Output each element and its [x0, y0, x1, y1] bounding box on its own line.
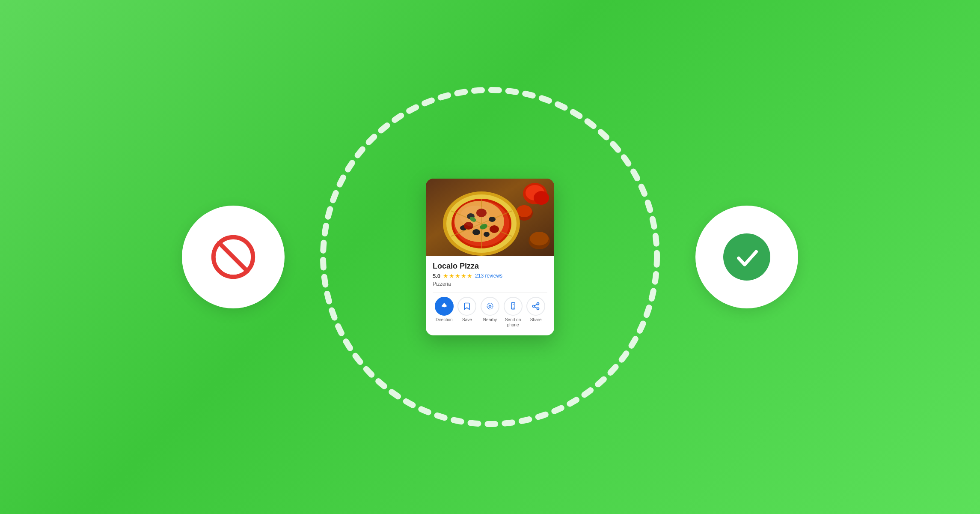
- nearby-label: Nearby: [483, 317, 497, 323]
- save-button[interactable]: Save: [457, 297, 476, 328]
- svg-point-9: [517, 205, 532, 217]
- svg-point-31: [489, 305, 491, 308]
- right-circle: [695, 206, 798, 308]
- nearby-icon-container: [481, 297, 499, 316]
- direction-label: Direction: [436, 317, 452, 323]
- card-image: [426, 179, 554, 256]
- svg-line-2: [219, 243, 247, 271]
- rating-score: 5.0: [433, 273, 440, 279]
- share-button[interactable]: Share: [526, 297, 545, 328]
- svg-line-38: [535, 307, 537, 308]
- action-buttons: Direction Save: [433, 292, 547, 331]
- svg-line-39: [535, 304, 537, 305]
- check-icon: [733, 243, 761, 271]
- svg-point-35: [537, 303, 539, 305]
- svg-point-11: [530, 232, 549, 245]
- star-1: ★: [443, 272, 448, 279]
- svg-point-23: [484, 232, 490, 237]
- ban-icon: [210, 233, 257, 281]
- direction-button[interactable]: Direction: [435, 297, 454, 328]
- svg-point-22: [472, 229, 480, 235]
- category: Pizzeria: [433, 281, 547, 287]
- check-circle: [723, 233, 770, 281]
- send-on-phone-button[interactable]: Send onphone: [504, 297, 523, 328]
- left-circle: [182, 206, 285, 308]
- svg-point-32: [487, 303, 493, 309]
- share-icon-container: [526, 297, 545, 316]
- phone-icon-container: [504, 297, 523, 316]
- reviews-count: 213 reviews: [475, 273, 502, 279]
- main-scene: Localo Pizza 5.0 ★ ★ ★ ★ ★ 213 reviews P…: [190, 64, 790, 450]
- send-on-phone-label: Send onphone: [505, 317, 521, 328]
- svg-point-30: [460, 206, 490, 227]
- svg-point-7: [534, 191, 549, 205]
- phone-icon: [509, 302, 517, 311]
- save-icon: [463, 302, 471, 311]
- svg-point-27: [490, 225, 499, 233]
- star-3: ★: [455, 272, 460, 279]
- card-info: Localo Pizza 5.0 ★ ★ ★ ★ ★ 213 reviews P…: [426, 256, 554, 335]
- svg-point-37: [537, 308, 539, 310]
- save-label: Save: [462, 317, 472, 323]
- direction-icon-container: [435, 297, 454, 316]
- nearby-icon: [486, 302, 494, 311]
- svg-point-36: [533, 305, 535, 308]
- rating-row: 5.0 ★ ★ ★ ★ ★ 213 reviews: [433, 272, 547, 279]
- stars: ★ ★ ★ ★ ★: [443, 272, 472, 279]
- share-icon: [532, 302, 540, 311]
- restaurant-card: Localo Pizza 5.0 ★ ★ ★ ★ ★ 213 reviews P…: [426, 179, 554, 335]
- save-icon-container: [457, 297, 476, 316]
- star-4: ★: [461, 272, 466, 279]
- nearby-button[interactable]: Nearby: [481, 297, 499, 328]
- restaurant-name: Localo Pizza: [433, 262, 547, 271]
- share-label: Share: [530, 317, 542, 323]
- direction-icon: [440, 302, 448, 311]
- star-2: ★: [449, 272, 454, 279]
- star-5: ★: [467, 272, 472, 279]
